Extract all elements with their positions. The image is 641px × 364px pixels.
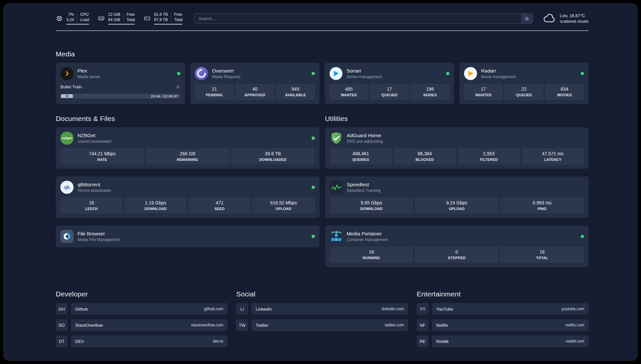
- status-dot: [177, 72, 180, 75]
- stat-upload: 618.52 Mbps UPLOAD: [252, 197, 315, 214]
- bookmark-twitter[interactable]: TW Twitter twitter.com: [236, 319, 408, 331]
- stat-label: APPROVED: [237, 93, 273, 97]
- stat-label: REMAINING: [147, 158, 228, 162]
- disk-usage-bar: [154, 24, 182, 25]
- app-subtitle: Container management: [347, 237, 388, 242]
- divider: [77, 13, 77, 22]
- app-subtitle: Series management: [347, 75, 382, 79]
- app-name: qBittorrent: [77, 182, 111, 187]
- now-playing-title: Bullet Train: [60, 84, 82, 89]
- bookmark-bar: YouTube youtube.com: [432, 303, 589, 315]
- stat-download: 1.19 Gbps DOWNLOAD: [124, 197, 187, 214]
- app-name: Radarr: [481, 68, 516, 74]
- bookmark-name: Github: [75, 307, 88, 312]
- header-divider: [56, 30, 589, 31]
- bookmark-url: youtube.com: [562, 307, 584, 311]
- cpu-icon: [56, 15, 63, 22]
- app-card-nzbget[interactable]: nzbget NZBGet Usenet downloader 744.21 M…: [56, 127, 320, 169]
- app-card-adguard[interactable]: AdGuard Home DNS and adblocking 498,461 …: [325, 127, 589, 169]
- youtube-icon: YT: [417, 303, 429, 315]
- section-social: Social LI LinkedIn linkedin.com TW Twitt…: [236, 290, 408, 331]
- status-dot: [312, 186, 315, 189]
- system-widgets: 7% 3.24 CPU Load: [56, 12, 182, 25]
- netflix-icon: NF: [417, 319, 429, 331]
- bookmark-bar: Netflix netflix.com: [432, 319, 589, 331]
- stat-value: 9.24 Gbps: [416, 200, 497, 205]
- section-title-media: Media: [56, 50, 589, 58]
- app-card-portainer[interactable]: Media Portainer Container management 16 …: [325, 226, 589, 267]
- bookmark-name: StackOverflow: [75, 323, 103, 328]
- bookmark-reddit[interactable]: RE Reddit reddit.com: [417, 335, 589, 347]
- app-card-radarr[interactable]: Radarr Movie management 17 WANTED 22 QUE…: [459, 63, 589, 104]
- memory-readout: 22 GiB 64 GiB Free Total: [108, 12, 135, 25]
- bookmark-bar: Twitter twitter.com: [251, 319, 408, 331]
- stat-queries: 498,461 QUERIES: [330, 148, 392, 165]
- app-subtitle: Media server: [77, 75, 100, 79]
- disk-total-value: 97.9 TB: [154, 17, 168, 23]
- bookmark-netflix[interactable]: NF Netflix netflix.com: [417, 319, 589, 331]
- playback-progress-bar[interactable]: 24:44 / 02:06:47: [60, 94, 180, 99]
- topbar: 7% 3.24 CPU Load: [56, 3, 589, 25]
- memory-widget: 22 GiB 64 GiB Free Total: [98, 12, 135, 25]
- overseerr-icon: [195, 67, 208, 80]
- app-name: Sonarr: [347, 68, 382, 74]
- stat-label: DOWNLOADED: [232, 158, 314, 162]
- app-card-plex[interactable]: Plex Media server Bullet Train: [56, 63, 185, 104]
- section-utilities: Utilities AdGuard Home DNS and adblockin…: [325, 115, 589, 267]
- bookmark-stackoverflow[interactable]: SO StackOverflow stackoverflow.com: [56, 319, 228, 331]
- disk-widget: 52.4 TB 97.9 TB Free Total: [143, 12, 182, 25]
- github-icon: GH: [56, 303, 68, 315]
- divider: [123, 13, 124, 22]
- memory-free-value: 22 GiB: [108, 12, 120, 17]
- bookmark-name: Twitter: [256, 323, 268, 328]
- bookmark-name: LinkedIn: [256, 307, 272, 312]
- pause-button[interactable]: [61, 94, 73, 98]
- app-subtitle: Media Requests: [212, 75, 241, 79]
- stat-value: 471: [190, 200, 249, 205]
- bookmark-bar: LinkedIn linkedin.com: [251, 303, 408, 315]
- section-title-documents: Documents & Files: [56, 115, 320, 123]
- app-subtitle: Media File Management: [77, 237, 120, 242]
- bookmark-youtube[interactable]: YT YouTube youtube.com: [417, 303, 589, 315]
- disk-readout: 52.4 TB 97.9 TB Free Total: [154, 12, 182, 25]
- radarr-icon: [464, 67, 477, 80]
- bookmark-linkedin[interactable]: LI LinkedIn linkedin.com: [236, 303, 408, 315]
- search-engine-button[interactable]: G: [521, 14, 533, 23]
- bookmark-dev[interactable]: DT DEV dev.to: [56, 335, 228, 347]
- sonarr-icon: [329, 67, 343, 80]
- cpu-usage-value: 7%: [68, 12, 74, 17]
- gear-icon[interactable]: [175, 84, 180, 89]
- disk-free-value: 52.4 TB: [154, 12, 168, 17]
- app-card-overseerr[interactable]: Overseerr Media Requests 21 PENDING 40 A…: [190, 63, 320, 104]
- stat-label: RATE: [62, 158, 143, 162]
- portainer-icon: [330, 230, 343, 243]
- section-entertainment: Entertainment YT YouTube youtube.com NF …: [417, 290, 589, 347]
- section-title-social: Social: [236, 290, 408, 298]
- bookmark-github[interactable]: GH Github github.com: [56, 303, 228, 315]
- disk-total-label: Total: [174, 17, 182, 23]
- app-card-filebrowser[interactable]: File Browser Media File Management: [56, 226, 320, 247]
- twitter-icon: TW: [236, 319, 248, 331]
- bookmark-bar: Github github.com: [71, 303, 228, 315]
- status-dot: [312, 136, 315, 140]
- stat-upload: 9.24 Gbps UPLOAD: [415, 197, 499, 214]
- stat-download: 9.65 Gbps DOWNLOAD: [330, 197, 413, 214]
- search-input[interactable]: [194, 14, 533, 24]
- app-card-speedtest[interactable]: Speedtest Speedtest Tracking 9.65 Gbps D…: [325, 176, 589, 218]
- stat-value: 17: [371, 86, 408, 92]
- memory-total-value: 64 GiB: [108, 17, 120, 23]
- stat-label: FILTERED: [459, 158, 519, 162]
- stat-label: STOPPED: [416, 256, 497, 260]
- app-name: NZBGet: [77, 133, 111, 138]
- stat-value: 2,953: [459, 151, 519, 156]
- bookmark-url: github.com: [204, 307, 224, 311]
- app-card-sonarr[interactable]: Sonarr Series management 485 WANTED 17 Q…: [325, 63, 454, 104]
- dashboard: 7% 3.24 CPU Load: [3, 3, 638, 361]
- bookmark-url: reddit.com: [566, 339, 584, 344]
- dev-icon: DT: [56, 335, 68, 347]
- stat-value: 16: [62, 200, 121, 205]
- app-card-qbittorrent[interactable]: qb qBittorrent Torrent downloader 16 LEE…: [56, 176, 320, 218]
- stat-ping: 0.993 ms PING: [500, 197, 584, 214]
- cpu-label: CPU: [80, 12, 89, 17]
- stat-value: 0.993 ms: [502, 200, 583, 205]
